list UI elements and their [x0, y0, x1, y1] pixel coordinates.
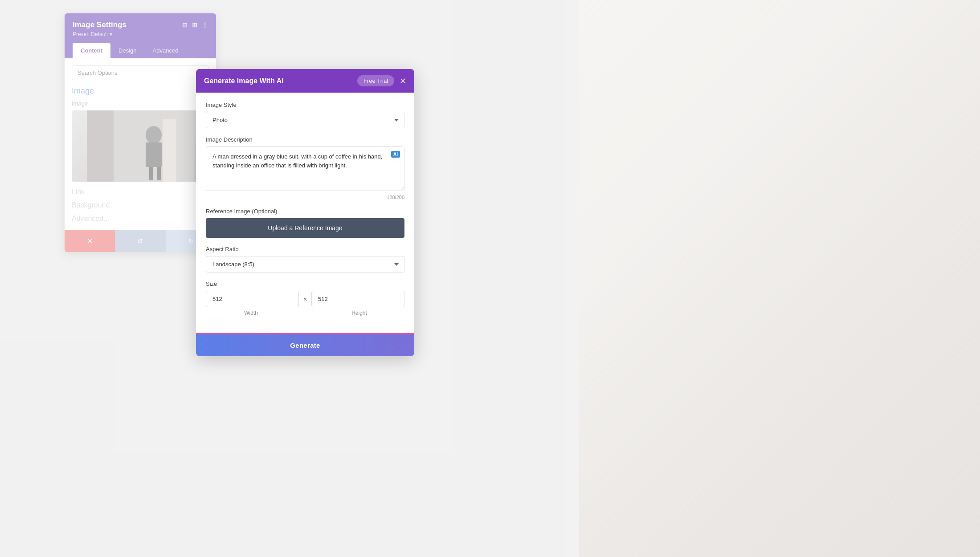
modal-overlay	[0, 0, 980, 557]
aspect-ratio-select[interactable]: Landscape (8:5) Portrait (5:8) Square (1…	[206, 256, 404, 272]
modal-body: Image Style Photo Illustration Painting …	[196, 93, 414, 333]
modal-header-right: Free Trial ✕	[357, 75, 406, 86]
generate-image-modal: Generate Image With AI Free Trial ✕ Imag…	[196, 69, 414, 356]
size-group: Size × Width Height	[206, 281, 404, 316]
image-style-label: Image Style	[206, 102, 404, 108]
image-description-textarea[interactable]: A man dressed in a gray blue suit, with …	[206, 146, 404, 191]
image-style-select[interactable]: Photo Illustration Painting 3D Render Sk…	[206, 112, 404, 128]
reference-image-group: Reference Image (Optional) Upload a Refe…	[206, 208, 404, 238]
ai-badge: AI	[391, 151, 400, 158]
height-label: Height	[314, 310, 404, 316]
modal-close-button[interactable]: ✕	[400, 77, 406, 85]
image-description-label: Image Description	[206, 136, 404, 143]
width-input[interactable]	[206, 291, 299, 307]
size-labels: Width Height	[206, 310, 404, 316]
char-count: 128/200	[206, 195, 404, 200]
width-label: Width	[206, 310, 296, 316]
generate-button[interactable]: Generate	[196, 334, 414, 356]
size-row: ×	[206, 291, 404, 307]
image-description-group: Image Description A man dressed in a gra…	[206, 136, 404, 200]
modal-title: Generate Image With AI	[204, 77, 284, 85]
height-input[interactable]	[311, 291, 404, 307]
textarea-wrapper: A man dressed in a gray blue suit, with …	[206, 146, 404, 193]
aspect-ratio-group: Aspect Ratio Landscape (8:5) Portrait (5…	[206, 246, 404, 272]
size-label: Size	[206, 281, 404, 287]
modal-header: Generate Image With AI Free Trial ✕	[196, 69, 414, 93]
size-separator: ×	[303, 296, 307, 303]
aspect-ratio-label: Aspect Ratio	[206, 246, 404, 252]
upload-reference-image-button[interactable]: Upload a Reference Image	[206, 218, 404, 238]
image-style-group: Image Style Photo Illustration Painting …	[206, 102, 404, 128]
reference-image-label: Reference Image (Optional)	[206, 208, 404, 215]
free-trial-badge[interactable]: Free Trial	[357, 75, 394, 86]
generate-button-wrapper: Generate	[196, 333, 414, 356]
